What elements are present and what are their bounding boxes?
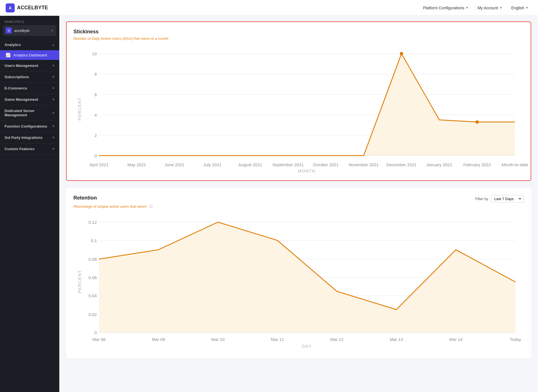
stickiness-x-apr: April 2021	[89, 162, 108, 167]
retention-x-mar12: Mar 12	[330, 337, 344, 342]
sidebar-item-analytics-dashboard[interactable]: 📈 Analytics Dashboard	[0, 50, 59, 60]
sidebar-section-ecommerce: E-Commerce ▼	[0, 83, 59, 94]
sidebar-section-function-configs: Function Configurations ▼	[0, 121, 59, 132]
stickiness-chart-svg: PERCENT 0 2 4 6 8 10	[73, 45, 524, 172]
svg-text:0.1: 0.1	[91, 238, 97, 243]
sidebar-section-header-ecommerce[interactable]: E-Commerce ▼	[0, 83, 59, 94]
svg-text:0: 0	[94, 330, 97, 335]
retention-filter-select[interactable]: Last 7 Days Last 14 Days Last 30 Days	[491, 195, 524, 203]
retention-x-mar14: Mar 14	[449, 337, 463, 342]
namespace-icon: ☰	[6, 27, 12, 34]
namespace-chevron-icon: ▼	[51, 29, 54, 32]
stickiness-x-nov: November 2021	[348, 162, 379, 167]
users-section-chevron-icon: ▼	[52, 64, 55, 67]
ecommerce-section-chevron-icon: ▼	[52, 87, 55, 90]
stickiness-x-jan: January 2022	[426, 162, 452, 167]
custom-features-chevron-icon: ▼	[52, 147, 55, 150]
stickiness-x-jul: July 2021	[203, 162, 221, 167]
stickiness-x-aug: August 2021	[238, 162, 262, 167]
retention-y-axis-label: PERCENT	[77, 270, 82, 293]
sidebar-section-header-subscriptions[interactable]: Subscriptions ▼	[0, 71, 59, 82]
stickiness-x-oct: October 2021	[313, 162, 339, 167]
svg-text:0: 0	[94, 153, 97, 158]
retention-x-mar08: Mar 08	[92, 337, 106, 342]
svg-text:0.04: 0.04	[89, 294, 97, 298]
stickiness-subtitle: Number of Daily Active Users (DAU) that …	[73, 36, 524, 41]
stickiness-x-dec: December 2021	[386, 162, 417, 167]
stickiness-x-mtd: Month-to-date	[502, 162, 528, 167]
sidebar-section-dedicated-server: Dedicated Server Management ▼	[0, 105, 59, 121]
platform-configs-button[interactable]: Platform Configurations ▼	[419, 4, 472, 12]
namespace-selector[interactable]: ☰ accelbyte ▼	[3, 25, 56, 36]
sidebar-section-header-custom-features[interactable]: Custom Features ▼	[0, 143, 59, 154]
logo-text: ACCELBYTE	[17, 5, 48, 11]
retention-x-mar10: Mar 10	[211, 337, 225, 342]
retention-x-today: Today	[510, 337, 521, 342]
sidebar: NAMESPACE ☰ accelbyte ▼ Analytics ▲ 📈 An…	[0, 16, 59, 392]
logo-icon: A	[6, 3, 15, 12]
svg-text:4: 4	[94, 113, 97, 117]
svg-text:0.06: 0.06	[89, 275, 97, 280]
subscriptions-section-chevron-icon: ▼	[52, 75, 55, 78]
nav-right: Platform Configurations ▼ My Account ▼ E…	[419, 4, 532, 12]
retention-x-mar11: Mar 11	[271, 337, 284, 342]
retention-chart-wrapper: PERCENT 0 0.0	[73, 214, 524, 351]
svg-text:10: 10	[92, 51, 97, 56]
sidebar-section-header-game[interactable]: Game Management ▼	[0, 94, 59, 105]
stickiness-x-jun: June 2021	[165, 162, 184, 167]
sidebar-section-header-users[interactable]: Users Management ▼	[0, 60, 59, 71]
retention-x-mar09: Mar 09	[152, 337, 165, 342]
retention-subtitle: Percentage of unique active users that r…	[73, 204, 524, 209]
retention-x-axis-title: DAY	[302, 344, 312, 349]
stickiness-area	[99, 54, 515, 156]
app-body: NAMESPACE ☰ accelbyte ▼ Analytics ▲ 📈 An…	[0, 16, 538, 392]
filter-label: Filter by	[475, 197, 488, 201]
sidebar-section-header-dedicated-server[interactable]: Dedicated Server Management ▼	[0, 105, 59, 121]
sidebar-section-header-function-configs[interactable]: Function Configurations ▼	[0, 121, 59, 132]
logo-area: A ACCELBYTE	[6, 3, 419, 12]
retention-chart-card: Retention Filter by Last 7 Days Last 14 …	[66, 188, 531, 358]
stickiness-title: Stickiness	[73, 29, 524, 35]
svg-text:0.12: 0.12	[89, 220, 97, 225]
svg-text:0.08: 0.08	[89, 257, 97, 262]
stickiness-dot-dec	[400, 52, 403, 55]
sidebar-section-subscriptions: Subscriptions ▼	[0, 71, 59, 83]
retention-area	[99, 222, 515, 333]
sidebar-section-header-3rd-party[interactable]: 3rd Party Integrations ▼	[0, 132, 59, 143]
retention-filter-row: Filter by Last 7 Days Last 14 Days Last …	[475, 195, 524, 203]
stickiness-x-feb: February 2022	[463, 162, 491, 167]
sidebar-section-header-analytics[interactable]: Analytics ▲	[0, 39, 59, 50]
namespace-label: NAMESPACE	[0, 16, 59, 25]
svg-text:0.02: 0.02	[89, 312, 97, 317]
language-chevron-icon: ▼	[526, 6, 528, 9]
svg-text:8: 8	[94, 72, 97, 76]
main-content: Stickiness Number of Daily Active Users …	[59, 16, 538, 392]
sidebar-section-analytics: Analytics ▲ 📈 Analytics Dashboard	[0, 39, 59, 60]
stickiness-x-may: May 2021	[127, 162, 146, 167]
platform-configs-chevron-icon: ▼	[466, 6, 469, 9]
language-button[interactable]: English ▼	[507, 4, 532, 12]
3rd-party-chevron-icon: ▼	[52, 136, 55, 139]
retention-header-row: Retention Filter by Last 7 Days Last 14 …	[73, 195, 524, 203]
sidebar-section-users: Users Management ▼	[0, 60, 59, 71]
svg-text:2: 2	[94, 133, 97, 138]
stickiness-x-axis-title: MONTH	[298, 168, 316, 173]
retention-info-icon[interactable]: ⓘ	[149, 205, 152, 209]
account-chevron-icon: ▼	[499, 6, 502, 9]
game-section-chevron-icon: ▼	[52, 98, 55, 101]
analytics-section-chevron-icon: ▲	[52, 43, 55, 46]
namespace-name: accelbyte	[14, 29, 49, 33]
retention-x-mar13: Mar 13	[390, 337, 403, 342]
stickiness-y-axis-label: PERCENT	[77, 97, 82, 121]
dedicated-server-chevron-icon: ▼	[52, 111, 55, 115]
sidebar-section-3rd-party: 3rd Party Integrations ▼	[0, 132, 59, 143]
stickiness-chart-card: Stickiness Number of Daily Active Users …	[66, 21, 531, 181]
svg-text:6: 6	[94, 92, 97, 97]
function-configs-chevron-icon: ▼	[52, 125, 55, 128]
stickiness-chart-wrapper: PERCENT 0 2 4 6 8 10	[73, 45, 524, 174]
stickiness-dot-feb	[475, 120, 479, 124]
stickiness-x-sep: September 2021	[272, 162, 304, 167]
retention-chart-svg: PERCENT 0 0.0	[73, 214, 524, 350]
my-account-button[interactable]: My Account ▼	[474, 4, 506, 12]
sidebar-section-custom-features: Custom Features ▼	[0, 143, 59, 155]
